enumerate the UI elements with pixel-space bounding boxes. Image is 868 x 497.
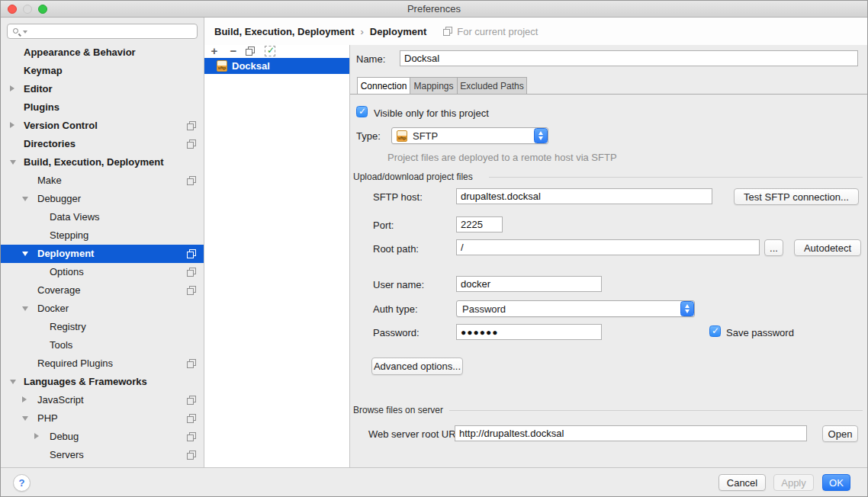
tab-connection[interactable]: Connection xyxy=(357,77,410,95)
sidebar-item-required-plugins[interactable]: Required Plugins xyxy=(1,354,204,373)
sidebar-item-stepping[interactable]: Stepping xyxy=(1,226,204,245)
user-name-label: User name: xyxy=(373,279,424,290)
dialog-footer: ? Cancel Apply OK xyxy=(1,467,868,497)
sidebar-item-data-views[interactable]: Data Views xyxy=(1,208,204,226)
search-icon xyxy=(13,28,18,34)
sidebar-item-appearance-behavior[interactable]: Appearance & Behavior xyxy=(1,43,204,62)
sidebar-item-languages-frameworks[interactable]: Languages & Frameworks xyxy=(1,373,204,391)
sidebar-item-label: Stepping xyxy=(50,226,88,245)
sidebar-item-docker[interactable]: Docker xyxy=(1,300,204,318)
sidebar-item-php[interactable]: PHP xyxy=(1,409,204,428)
sidebar-item-label: Options xyxy=(50,263,84,281)
chevron-down-icon[interactable] xyxy=(10,160,16,165)
autodetect-button[interactable]: Autodetect xyxy=(794,239,861,256)
sidebar-item-editor[interactable]: Editor xyxy=(1,80,204,98)
project-scope-icon xyxy=(187,139,196,149)
root-path-input[interactable] xyxy=(456,239,760,255)
sidebar-item-plugins[interactable]: Plugins xyxy=(1,98,204,117)
open-button[interactable]: Open xyxy=(822,425,858,442)
sidebar-item-debugger[interactable]: Debugger xyxy=(1,190,204,208)
copy-server-button[interactable] xyxy=(246,46,255,56)
sidebar-item-label: JavaScript xyxy=(37,391,84,409)
titlebar: Preferences xyxy=(1,1,867,18)
sidebar-item-build-execution-deployment[interactable]: Build, Execution, Deployment xyxy=(1,153,204,172)
tab-mappings[interactable]: Mappings xyxy=(410,77,458,95)
settings-tree: Appearance & BehaviorKeymapEditorPlugins… xyxy=(1,43,204,464)
scope-label: For current project xyxy=(457,26,538,37)
cancel-button[interactable]: Cancel xyxy=(719,474,766,491)
sidebar-item-directories[interactable]: Directories xyxy=(1,135,204,153)
chevron-down-icon[interactable] xyxy=(22,416,28,421)
server-list-item[interactable]: Docksal xyxy=(204,58,349,74)
project-scope-icon xyxy=(187,268,196,277)
scope-indicator: For current project xyxy=(443,26,538,37)
settings-sidebar: Appearance & BehaviorKeymapEditorPlugins… xyxy=(1,18,204,467)
sftp-host-input[interactable] xyxy=(456,188,712,204)
sidebar-item-debug[interactable]: Debug xyxy=(1,428,204,446)
sidebar-item-label: Languages & Frameworks xyxy=(24,373,147,391)
sftp-host-label: SFTP host: xyxy=(373,191,423,203)
chevron-down-icon[interactable] xyxy=(22,252,28,256)
root-path-label: Root path: xyxy=(373,243,419,255)
root-path-browse-button[interactable]: ... xyxy=(764,239,783,256)
user-name-input[interactable] xyxy=(456,276,602,292)
save-password-checkbox[interactable] xyxy=(709,325,721,337)
preferences-window: Preferences Appearance & BehaviorKeymapE… xyxy=(0,0,868,497)
chevron-right-icon[interactable] xyxy=(10,85,14,91)
sidebar-item-registry[interactable]: Registry xyxy=(1,318,204,336)
web-root-input[interactable] xyxy=(455,425,807,441)
server-list-toolbar: + − xyxy=(204,45,349,58)
ok-button[interactable]: OK xyxy=(822,474,850,491)
sidebar-item-coverage[interactable]: Coverage xyxy=(1,281,204,300)
sidebar-item-deployment[interactable]: Deployment xyxy=(1,245,204,263)
project-scope-icon xyxy=(187,176,196,185)
sidebar-item-version-control[interactable]: Version Control xyxy=(1,117,204,135)
chevron-down-icon[interactable] xyxy=(22,306,28,311)
name-input[interactable] xyxy=(400,50,858,66)
sidebar-item-servers[interactable]: Servers xyxy=(1,446,204,464)
port-input[interactable] xyxy=(456,216,503,232)
tab-excluded-paths[interactable]: Excluded Paths xyxy=(457,77,527,95)
sidebar-item-keymap[interactable]: Keymap xyxy=(1,62,204,80)
chevron-down-icon[interactable] xyxy=(10,380,16,384)
sidebar-item-make[interactable]: Make xyxy=(1,172,204,190)
type-select-stepper-icon xyxy=(534,128,548,143)
breadcrumb-root[interactable]: Build, Execution, Deployment xyxy=(214,26,354,37)
sftp-server-icon xyxy=(217,60,227,72)
chevron-right-icon[interactable] xyxy=(10,122,14,128)
use-as-default-button[interactable] xyxy=(265,46,275,56)
remove-server-button[interactable]: − xyxy=(227,45,240,57)
apply-button[interactable]: Apply xyxy=(773,474,814,491)
auth-type-select-stepper-icon xyxy=(680,301,694,316)
browse-section-title: Browse files on server xyxy=(353,405,443,415)
chevron-right-icon[interactable] xyxy=(22,396,27,402)
type-label: Type: xyxy=(356,130,381,142)
search-options-chevron-icon xyxy=(23,30,27,34)
server-name: Docksal xyxy=(232,58,270,74)
add-server-button[interactable]: + xyxy=(208,45,220,57)
breadcrumb-separator: › xyxy=(360,26,363,37)
visible-only-checkbox[interactable] xyxy=(356,106,368,117)
auth-type-select[interactable]: Password xyxy=(456,300,695,317)
settings-search-input[interactable] xyxy=(7,24,198,39)
browse-section-divider xyxy=(449,410,863,411)
window-title: Preferences xyxy=(1,1,867,18)
sidebar-item-label: Data Views xyxy=(50,208,100,226)
sidebar-item-options[interactable]: Options xyxy=(1,263,204,281)
sidebar-item-javascript[interactable]: JavaScript xyxy=(1,391,204,409)
type-select[interactable]: SFTP xyxy=(391,127,548,144)
sidebar-item-label: Build, Execution, Deployment xyxy=(24,153,163,172)
auth-type-label: Auth type: xyxy=(373,303,418,315)
test-sftp-connection-button[interactable]: Test SFTP connection... xyxy=(734,188,859,205)
web-root-label: Web server root URL: xyxy=(368,428,464,440)
chevron-down-icon[interactable] xyxy=(22,197,28,201)
project-scope-icon xyxy=(187,451,196,460)
password-input[interactable] xyxy=(456,324,602,340)
type-value: SFTP xyxy=(413,128,438,144)
advanced-options-button[interactable]: Advanced options... xyxy=(371,358,463,375)
deployment-form: Name: Connection Mappings Excluded Paths… xyxy=(350,45,868,467)
help-button[interactable]: ? xyxy=(13,474,31,492)
tab-strip-divider xyxy=(350,94,868,95)
chevron-right-icon[interactable] xyxy=(34,433,39,439)
sidebar-item-tools[interactable]: Tools xyxy=(1,336,204,354)
